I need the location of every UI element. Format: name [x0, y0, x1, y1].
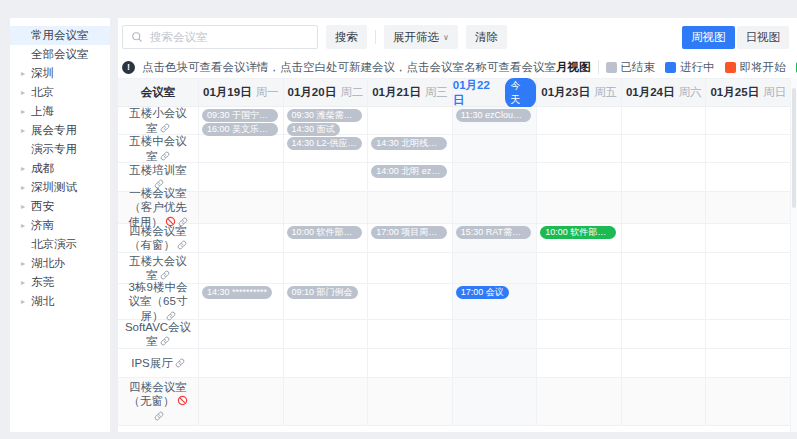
calendar-day-cell[interactable] [199, 320, 284, 348]
calendar-day-cell[interactable] [706, 320, 790, 348]
calendar-day-cell[interactable]: 15:30 RAT需求评审 [453, 224, 538, 252]
calendar-day-cell[interactable] [284, 192, 369, 223]
search-input[interactable] [148, 30, 309, 44]
event-chip[interactable]: 14:30 ********** [202, 286, 272, 299]
calendar-day-cell[interactable] [453, 163, 538, 191]
calendar-day-cell[interactable] [706, 135, 790, 162]
calendar-day-cell[interactable] [537, 320, 622, 348]
calendar-day-cell[interactable] [622, 163, 707, 191]
link-icon[interactable] [177, 240, 187, 250]
calendar-day-cell[interactable] [622, 320, 707, 348]
calendar-day-cell[interactable] [622, 253, 707, 283]
sidebar-item[interactable]: ▸东莞 [10, 273, 110, 292]
calendar-day-cell[interactable]: 17:00 项目周例会 [368, 224, 453, 252]
calendar-day-cell[interactable] [622, 349, 707, 377]
calendar-day-cell[interactable] [199, 253, 284, 283]
calendar-day-cell[interactable] [284, 349, 369, 377]
calendar-day-cell[interactable]: 14:30 ********** [199, 284, 284, 319]
calendar-day-cell[interactable] [199, 163, 284, 191]
scrollbar-thumb[interactable] [792, 88, 796, 208]
calendar-day-cell[interactable] [706, 107, 790, 134]
week-view-button[interactable]: 周视图 [682, 26, 735, 49]
calendar-day-cell[interactable] [453, 253, 538, 283]
calendar-day-cell[interactable] [453, 320, 538, 348]
calendar-day-cell[interactable] [706, 224, 790, 252]
calendar-day-cell[interactable] [368, 349, 453, 377]
room-name-cell[interactable]: 四楼会议室（无窗） [118, 378, 199, 425]
clear-button[interactable]: 清除 [466, 25, 507, 49]
calendar-day-cell[interactable] [537, 135, 622, 162]
link-icon[interactable] [175, 358, 185, 368]
room-name-cell[interactable]: 3栋9楼中会议室（65寸屏） [118, 284, 199, 319]
calendar-day-cell[interactable] [622, 224, 707, 252]
sidebar-item[interactable]: ▸西安 [10, 197, 110, 216]
calendar-day-cell[interactable]: 09:30 于国宁教育项目16:00 吴文乐的会议 [199, 107, 284, 134]
day-column-header[interactable]: 01月23日周五 [537, 79, 622, 106]
calendar-day-cell[interactable] [706, 192, 790, 223]
event-chip[interactable]: 17:00 会议 [456, 286, 509, 299]
day-column-header[interactable]: 01月25日周日 [706, 79, 790, 106]
event-chip[interactable]: 14:30 北明线上体验 [371, 137, 447, 150]
sidebar-item[interactable]: ▸济南 [10, 216, 110, 235]
calendar-day-cell[interactable] [706, 253, 790, 283]
sidebar-item[interactable]: ▸湖北 [10, 292, 110, 311]
sidebar-item[interactable]: ▸展会专用 [10, 121, 110, 140]
link-icon[interactable] [160, 123, 170, 133]
room-name-cell[interactable]: SoftAVC会议室 [118, 320, 199, 348]
calendar-day-cell[interactable] [284, 378, 369, 425]
calendar-day-cell[interactable] [537, 378, 622, 425]
day-view-button[interactable]: 日视图 [737, 26, 790, 49]
calendar-day-cell[interactable] [537, 107, 622, 134]
room-name-cell[interactable]: 一楼会议室（客户优先使用） [118, 192, 199, 223]
event-chip[interactable]: 14:00 北明 ezCloud 沟通 [371, 165, 447, 178]
link-icon[interactable] [160, 151, 170, 161]
calendar-day-cell[interactable]: 09:30 潍柴需求沟通14:30 面试 [284, 107, 369, 134]
calendar-day-cell[interactable]: 14:30 北明线上体验 [368, 135, 453, 162]
calendar-day-cell[interactable] [622, 107, 707, 134]
calendar-day-cell[interactable] [453, 135, 538, 162]
sidebar-item[interactable]: ▸深圳测试 [10, 178, 110, 197]
room-name-cell[interactable]: 五楼中会议室 [118, 135, 199, 162]
sidebar-item[interactable]: ▸深圳 [10, 64, 110, 83]
day-column-header[interactable]: 01月21日周三 [368, 79, 453, 106]
calendar-day-cell[interactable] [284, 163, 369, 191]
calendar-day-cell[interactable] [706, 349, 790, 377]
calendar-day-cell[interactable] [453, 378, 538, 425]
calendar-day-cell[interactable] [199, 224, 284, 252]
day-column-header[interactable]: 01月22日今天 [453, 79, 538, 106]
calendar-day-cell[interactable]: 14:30 L2-供应链与交付... [284, 135, 369, 162]
link-icon[interactable] [154, 411, 164, 421]
search-box[interactable] [122, 25, 318, 49]
calendar-day-cell[interactable] [622, 192, 707, 223]
sidebar-item[interactable]: 演示专用 [10, 140, 110, 159]
calendar-day-cell[interactable] [622, 284, 707, 319]
event-chip[interactable]: 09:30 于国宁教育项目 [202, 109, 278, 122]
calendar-day-cell[interactable]: 11:30 ezCloud 教育客户 [453, 107, 538, 134]
day-column-header[interactable]: 01月19日周一 [199, 79, 284, 106]
calendar-day-cell[interactable] [368, 320, 453, 348]
calendar-day-cell[interactable] [706, 378, 790, 425]
sidebar-item[interactable]: ▸成都 [10, 159, 110, 178]
event-chip[interactable]: 11:30 ezCloud 教育客户 [456, 109, 532, 122]
calendar-day-cell[interactable] [368, 378, 453, 425]
calendar-day-cell[interactable] [706, 284, 790, 319]
event-chip[interactable]: 14:30 L2-供应链与交付... [287, 137, 363, 150]
calendar-day-cell[interactable]: 09:10 部门例会 [284, 284, 369, 319]
calendar-day-cell[interactable] [453, 349, 538, 377]
calendar-day-cell[interactable] [453, 192, 538, 223]
room-name-cell[interactable]: 五楼小会议室 [118, 107, 199, 134]
event-chip[interactable]: 09:10 部门例会 [287, 286, 358, 299]
calendar-day-cell[interactable] [537, 192, 622, 223]
calendar-day-cell[interactable] [284, 320, 369, 348]
calendar-day-cell[interactable] [368, 192, 453, 223]
calendar-day-cell[interactable] [537, 284, 622, 319]
sidebar-item[interactable]: 常用会议室 [10, 26, 110, 45]
link-icon[interactable] [160, 336, 170, 346]
day-column-header[interactable]: 01月24日周六 [622, 79, 707, 106]
calendar-day-cell[interactable] [368, 253, 453, 283]
calendar-day-cell[interactable]: 17:00 会议 [453, 284, 538, 319]
day-column-header[interactable]: 01月20日周二 [284, 79, 369, 106]
calendar-day-cell[interactable] [706, 163, 790, 191]
calendar-day-cell[interactable] [199, 192, 284, 223]
calendar-day-cell[interactable] [199, 135, 284, 162]
